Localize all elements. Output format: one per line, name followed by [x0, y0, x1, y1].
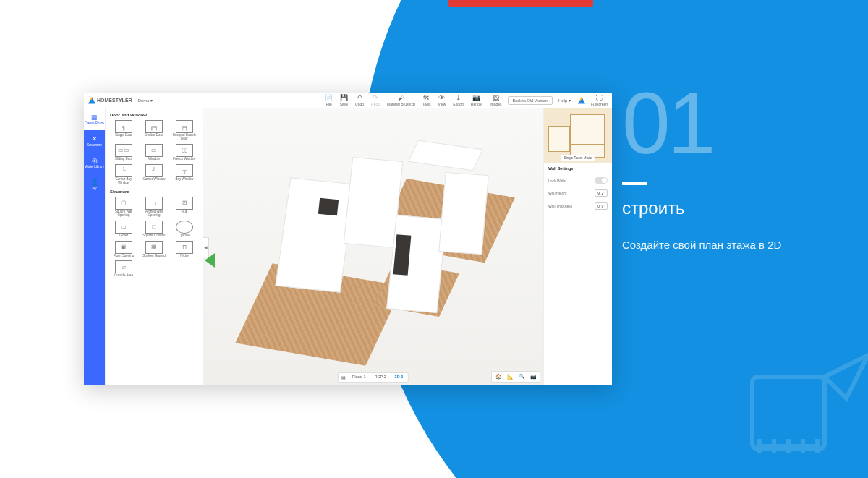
- nav-my[interactable]: 👤 My: [84, 174, 105, 195]
- view-mode-tabs: ▤ Plane 1 RCP 2 3D 3: [338, 372, 409, 383]
- lock-walls-toggle[interactable]: [595, 177, 608, 184]
- redo-icon: ↷: [372, 94, 379, 101]
- tool-unequal-double-door[interactable]: ╔╕Unequal Double Door: [171, 120, 198, 141]
- tool-french-window[interactable]: ▯▯French Window: [171, 144, 198, 161]
- tool-sliding-door[interactable]: ▭▭Sliding Door: [110, 144, 137, 161]
- tb-save[interactable]: 💾Save: [340, 94, 348, 106]
- tool-niche[interactable]: ⊓Niche: [171, 241, 198, 258]
- flue-icon: ⊡: [176, 197, 193, 210]
- tool-flue[interactable]: ⊡Flue: [171, 197, 198, 218]
- tb-label: View: [438, 102, 446, 106]
- tool-arched-wall-opening[interactable]: ∩Arched Wall Opening: [140, 197, 168, 218]
- wall-thickness-value[interactable]: 0' 9": [595, 202, 608, 210]
- zoom-icon[interactable]: 🔍: [518, 373, 525, 380]
- nav-label: Model Library: [85, 165, 104, 168]
- wall: [438, 172, 489, 255]
- palette-grid-doors: ╗Single Door ╔╗Double Door ╔╕Unequal Dou…: [110, 120, 198, 185]
- tb-label: Undo: [355, 102, 364, 106]
- tool-corner-bay-window[interactable]: └Corner Bay Window: [110, 164, 137, 185]
- palette-grid-structure: ▢Square Wall Opening ∩Arched Wall Openin…: [110, 197, 198, 278]
- wall-height-row: Wall Height 9' 2": [544, 187, 612, 200]
- wall-settings-title: Wall Settings: [544, 163, 612, 174]
- tool-double-door[interactable]: ╔╗Double Door: [140, 120, 168, 141]
- project-dropdown[interactable]: Demo ▾: [138, 98, 153, 103]
- tool-floor-opening[interactable]: ▣Floor Opening: [110, 241, 137, 258]
- tb-export[interactable]: ⤓Export: [453, 94, 463, 106]
- nav-model-library[interactable]: ◎ Model Library: [84, 152, 105, 174]
- square-opening-icon: ▢: [115, 197, 132, 210]
- tool-sunken-ground[interactable]: ▦Sunken Ground: [140, 241, 168, 258]
- bay-window-icon: ╥: [176, 164, 193, 177]
- nav-label: Create Room: [85, 121, 104, 125]
- tb-label: Material Brush(B): [387, 102, 415, 106]
- tb-redo[interactable]: ↷Redo: [371, 94, 380, 106]
- app-screenshot: HOMESTYLER Demo ▾ 📄File 💾Save ↶Undo ↷Red…: [84, 93, 612, 385]
- wall-thickness-label: Wall Thickness: [548, 204, 572, 208]
- tb-view[interactable]: 👁View: [438, 94, 446, 106]
- nav-fill: [84, 195, 105, 385]
- promo-title: строить: [622, 198, 825, 218]
- tb-images[interactable]: 🖼Images: [490, 94, 501, 106]
- square-column-icon: □: [145, 221, 163, 234]
- tb-label: Fullscreen: [591, 102, 608, 106]
- lock-walls-row: Lock Walls: [544, 174, 612, 187]
- tools-icon: 🛠: [423, 94, 430, 101]
- corner-window-icon: ┘: [145, 164, 163, 177]
- wall: [408, 140, 483, 171]
- tb-tools[interactable]: 🛠Tools: [422, 94, 431, 106]
- wall-thickness-row: Wall Thickness 0' 9": [544, 200, 612, 213]
- outside-area-icon: ▱: [115, 260, 132, 273]
- tool-square-column[interactable]: □Square Column: [140, 221, 168, 238]
- wall-height-value[interactable]: 9' 2": [595, 189, 608, 197]
- layers-icon[interactable]: ▤: [340, 374, 347, 381]
- tab-plane[interactable]: Plane 1: [349, 374, 370, 381]
- nav-customize[interactable]: ✕ Customize: [84, 130, 105, 152]
- customize-icon: ✕: [92, 135, 98, 142]
- left-nav: ▦ Create Room ✕ Customize ◎ Model Librar…: [84, 108, 106, 385]
- walk-icon[interactable]: 🏠: [495, 373, 502, 380]
- camera-icon[interactable]: 📷: [529, 373, 537, 380]
- tb-label: Images: [490, 102, 501, 106]
- brand-text: HOMESTYLER: [97, 98, 132, 103]
- tool-single-door[interactable]: ╗Single Door: [110, 120, 137, 141]
- tb-label: Export: [453, 102, 463, 106]
- tool-window[interactable]: ▭Window: [140, 144, 168, 161]
- nav-create-room[interactable]: ▦ Create Room: [84, 108, 105, 130]
- view-icon: 👁: [438, 94, 446, 101]
- wall-height-label: Wall Height: [548, 191, 566, 195]
- help-dropdown[interactable]: Help ▾: [558, 98, 571, 103]
- tb-fullscreen[interactable]: ⛶Fullscreen: [591, 94, 608, 106]
- tool-bay-window[interactable]: ╥Bay Window: [171, 164, 198, 185]
- promo-description: Создайте свой план этажа в 2D: [622, 237, 788, 254]
- nav-label: Customize: [87, 143, 102, 147]
- corner-bay-window-icon: └: [115, 164, 132, 177]
- arched-opening-icon: ∩: [145, 197, 163, 210]
- cylinder-icon: [176, 221, 193, 234]
- canvas-3d-view[interactable]: ◀ ▤ Plane 1 RCP 2 3D 3: [203, 108, 543, 385]
- tool-square-wall-opening[interactable]: ▢Square Wall Opening: [110, 197, 137, 218]
- tab-rcp[interactable]: RCP 2: [370, 374, 389, 381]
- tb-render[interactable]: 📷Render: [471, 94, 482, 106]
- tb-file[interactable]: 📄File: [326, 94, 333, 106]
- minimap[interactable]: Single Room Mode: [544, 108, 612, 163]
- app-toolbar: HOMESTYLER Demo ▾ 📄File 💾Save ↶Undo ↷Red…: [84, 93, 612, 108]
- logo-icon: [88, 97, 95, 104]
- tool-cylinder[interactable]: Cylinder: [171, 221, 198, 238]
- measure-icon[interactable]: 📐: [506, 373, 514, 380]
- tool-girder[interactable]: ▭Girder: [110, 221, 137, 238]
- tool-corner-window[interactable]: ┘Corner Window: [140, 164, 168, 185]
- create-room-icon: ▦: [91, 114, 98, 121]
- tab-3d[interactable]: 3D 3: [391, 374, 407, 381]
- tb-label: Tools: [422, 102, 431, 106]
- palette-panel: Door and Window ╗Single Door ╔╗Double Do…: [106, 108, 203, 385]
- tb-material-brush[interactable]: 🖌Material Brush(B): [387, 94, 415, 106]
- niche-icon: ⊓: [176, 241, 193, 254]
- my-icon: 👤: [90, 179, 98, 186]
- toolbar-items: 📄File 💾Save ↶Undo ↷Redo 🖌Material Brush(…: [326, 94, 502, 106]
- tb-undo[interactable]: ↶Undo: [355, 94, 364, 106]
- tb-label: Save: [340, 102, 348, 106]
- tool-outside-area[interactable]: ▱Outside Area: [110, 260, 137, 278]
- back-to-old-version-button[interactable]: Back to Old Version: [508, 96, 553, 105]
- minimap-mode-button[interactable]: Single Room Mode: [561, 155, 595, 161]
- girder-icon: ▭: [115, 221, 132, 234]
